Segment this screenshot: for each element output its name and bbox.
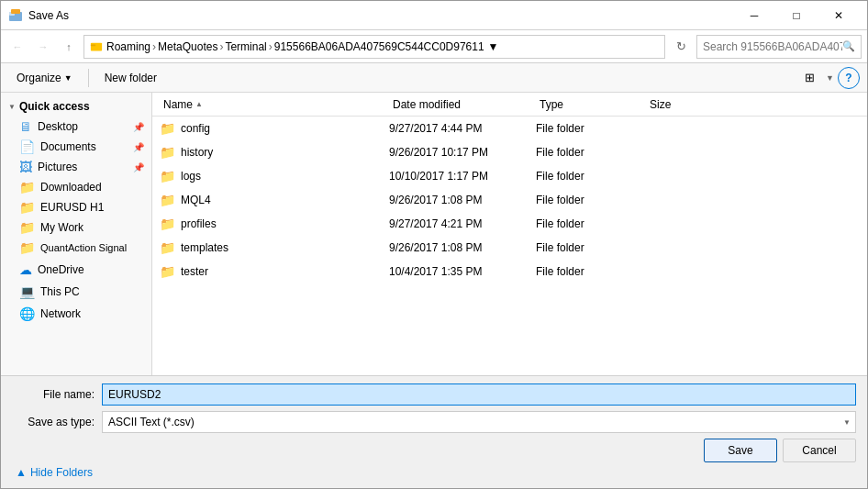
table-row[interactable]: 📁 logs 10/10/2017 1:17 PM File folder bbox=[152, 164, 867, 188]
onedrive-icon: ☁ bbox=[19, 262, 32, 277]
file-type-text: File folder bbox=[536, 265, 646, 278]
close-button[interactable]: ✕ bbox=[818, 1, 860, 30]
up-button[interactable]: ↑ bbox=[58, 36, 80, 58]
sidebar-item-eurusd[interactable]: 📁 EURUSD H1 bbox=[1, 197, 151, 217]
table-row[interactable]: 📁 profiles 9/27/2017 4:21 PM File folder bbox=[152, 212, 867, 236]
table-row[interactable]: 📁 config 9/27/2017 4:44 PM File folder bbox=[152, 117, 867, 140]
window-controls: ─ □ ✕ bbox=[733, 1, 860, 30]
new-folder-button[interactable]: New folder bbox=[96, 67, 165, 89]
help-button[interactable]: ? bbox=[838, 67, 860, 89]
file-name-text: history bbox=[181, 146, 213, 159]
path-terminal: Terminal bbox=[225, 40, 266, 53]
pin-icon-docs: 📌 bbox=[133, 142, 144, 152]
toolbar-separator bbox=[88, 69, 89, 87]
file-type-text: File folder bbox=[536, 241, 646, 254]
file-date-text: 9/26/2017 1:08 PM bbox=[389, 194, 536, 206]
file-date-text: 9/27/2017 4:44 PM bbox=[389, 122, 536, 135]
bottom-actions: Save Cancel bbox=[12, 439, 856, 462]
folder-row-icon: 📁 bbox=[160, 264, 175, 279]
window-icon bbox=[8, 8, 23, 23]
sort-arrow-icon: ▲ bbox=[195, 100, 203, 108]
file-date-text: 9/26/2017 10:17 PM bbox=[389, 146, 536, 159]
svg-rect-4 bbox=[91, 44, 95, 46]
file-date-text: 9/27/2017 4:21 PM bbox=[389, 217, 536, 230]
table-row[interactable]: 📁 templates 9/26/2017 1:08 PM File folde… bbox=[152, 236, 867, 260]
file-list: 📁 config 9/27/2017 4:44 PM File folder 📁… bbox=[152, 117, 867, 375]
file-name-text: config bbox=[181, 122, 210, 135]
column-header-date[interactable]: Date modified bbox=[389, 98, 536, 111]
folder-row-icon: 📁 bbox=[160, 145, 175, 160]
hide-folders-chevron-icon: ▲ bbox=[16, 466, 27, 479]
pictures-icon: 🖼 bbox=[19, 160, 32, 174]
thispc-icon: 💻 bbox=[19, 284, 35, 299]
save-button[interactable]: Save bbox=[704, 439, 777, 462]
search-input[interactable] bbox=[703, 40, 842, 53]
sidebar-section-onedrive: ☁ OneDrive bbox=[1, 260, 151, 280]
chevron-down-icon: ▼ bbox=[8, 103, 16, 111]
filename-row: File name: bbox=[12, 383, 856, 406]
filename-label: File name: bbox=[12, 388, 95, 401]
sidebar-item-documents[interactable]: 📄 Documents 📌 bbox=[1, 137, 151, 157]
svg-rect-2 bbox=[11, 9, 20, 14]
sidebar-item-quantaction[interactable]: 📁 QuantAction Signal bbox=[1, 238, 151, 258]
folder-row-icon: 📁 bbox=[160, 193, 175, 207]
folder-row-icon: 📁 bbox=[160, 240, 175, 255]
bottom-footer: ▲ Hide Folders bbox=[12, 464, 856, 481]
cancel-button[interactable]: Cancel bbox=[783, 439, 856, 462]
sidebar-item-pictures[interactable]: 🖼 Pictures 📌 bbox=[1, 157, 151, 177]
table-row[interactable]: 📁 history 9/26/2017 10:17 PM File folder bbox=[152, 140, 867, 164]
sidebar-section-network: 🌐 Network bbox=[1, 304, 151, 324]
bottom-panel: File name: Save as type: ASCII Text (*.c… bbox=[1, 375, 867, 488]
column-header-type[interactable]: Type bbox=[536, 98, 646, 111]
filename-input[interactable] bbox=[102, 383, 856, 406]
path-metaquotes: MetaQuotes bbox=[158, 40, 217, 53]
table-row[interactable]: 📁 tester 10/4/2017 1:35 PM File folder bbox=[152, 260, 867, 283]
back-button[interactable]: ← bbox=[6, 36, 28, 58]
file-type-text: File folder bbox=[536, 217, 646, 230]
file-type-text: File folder bbox=[536, 194, 646, 206]
view-dropdown-icon[interactable]: ▼ bbox=[826, 73, 834, 83]
hide-folders-button[interactable]: ▲ Hide Folders bbox=[12, 464, 96, 481]
sidebar-item-downloaded[interactable]: 📁 Downloaded bbox=[1, 177, 151, 197]
saveas-select[interactable]: ASCII Text (*.csv) bbox=[102, 411, 856, 433]
sidebar-item-desktop[interactable]: 🖥 Desktop 📌 bbox=[1, 117, 151, 137]
saveas-label: Save as type: bbox=[12, 416, 95, 428]
organize-chevron-icon: ▼ bbox=[64, 73, 72, 83]
sidebar-item-onedrive[interactable]: ☁ OneDrive bbox=[1, 260, 151, 280]
forward-button[interactable]: → bbox=[32, 36, 54, 58]
folder-icon-downloaded: 📁 bbox=[19, 180, 35, 194]
toolbar: Organize ▼ New folder ⊞ ▼ ? bbox=[1, 63, 867, 93]
file-name-text: profiles bbox=[181, 217, 217, 230]
search-box: 🔍 bbox=[696, 35, 862, 59]
column-header-name[interactable]: Name ▲ bbox=[160, 98, 389, 111]
main-content: ▼ Quick access 🖥 Desktop 📌 📄 Documents 📌… bbox=[1, 93, 867, 375]
desktop-icon: 🖥 bbox=[19, 119, 32, 134]
maximize-button[interactable]: □ bbox=[775, 1, 818, 30]
file-name-text: templates bbox=[181, 241, 228, 254]
file-name-text: tester bbox=[181, 265, 208, 278]
saveas-select-wrapper: ASCII Text (*.csv) ▼ bbox=[102, 411, 856, 433]
file-date-text: 10/4/2017 1:35 PM bbox=[389, 265, 536, 278]
organize-button[interactable]: Organize ▼ bbox=[8, 67, 81, 89]
file-date-text: 10/10/2017 1:17 PM bbox=[389, 170, 536, 183]
folder-row-icon: 📁 bbox=[160, 169, 175, 183]
minimize-button[interactable]: ─ bbox=[733, 1, 775, 30]
view-button[interactable]: ⊞ bbox=[796, 67, 822, 89]
file-name-text: logs bbox=[181, 170, 201, 183]
table-row[interactable]: 📁 MQL4 9/26/2017 1:08 PM File folder bbox=[152, 188, 867, 212]
title-bar: Save As ─ □ ✕ bbox=[1, 1, 867, 30]
refresh-button[interactable]: ↻ bbox=[669, 35, 693, 59]
sidebar-item-thispc[interactable]: 💻 This PC bbox=[1, 282, 151, 302]
file-list-header: Name ▲ Date modified Type Size bbox=[152, 93, 867, 117]
sidebar-item-mywork[interactable]: 📁 My Work bbox=[1, 217, 151, 238]
address-path[interactable]: Roaming › MetaQuotes › Terminal › 915566… bbox=[83, 35, 665, 59]
sidebar-section-quickaccess: ▼ Quick access 🖥 Desktop 📌 📄 Documents 📌… bbox=[1, 96, 151, 258]
sidebar-header-quickaccess[interactable]: ▼ Quick access bbox=[1, 96, 151, 117]
search-icon: 🔍 bbox=[842, 40, 855, 52]
path-hash: 915566BA06ADA407569C544CC0D97611 bbox=[274, 40, 484, 53]
documents-icon: 📄 bbox=[19, 139, 35, 154]
pin-icon: 📌 bbox=[133, 122, 144, 132]
sidebar-item-network[interactable]: 🌐 Network bbox=[1, 304, 151, 324]
path-dropdown-icon[interactable]: ▼ bbox=[488, 40, 499, 53]
column-header-size[interactable]: Size bbox=[646, 98, 719, 111]
